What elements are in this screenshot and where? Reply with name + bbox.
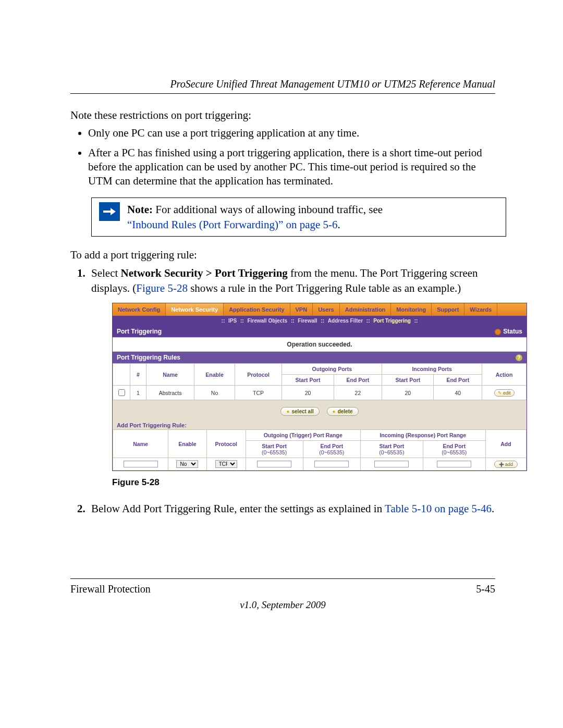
section-title-bar: Port Triggering Status xyxy=(113,326,527,337)
addcol-in-end: End Port(0~65535) xyxy=(423,441,485,458)
add-enable-select[interactable]: No xyxy=(176,460,198,468)
bullet-item: Only one PC can use a port triggering ap… xyxy=(88,126,495,140)
footer-right: 5-45 xyxy=(476,583,495,595)
col-out-end: End Port xyxy=(334,375,382,386)
tab-monitoring[interactable]: Monitoring xyxy=(391,303,432,316)
add-name-input[interactable] xyxy=(124,461,158,467)
col-in-end: End Port xyxy=(434,375,482,386)
note-prefix: Note: xyxy=(127,203,153,216)
table-row: 1 Abstracts No TCP 20 22 20 40 edit xyxy=(113,386,527,400)
running-header: ProSecure Unified Threat Management UTM1… xyxy=(70,78,495,94)
addcol-protocol: Protocol xyxy=(206,430,246,458)
tab-wizards[interactable]: Wizards xyxy=(464,303,497,316)
note-link[interactable]: “Inbound Rules (Port Forwarding)” on pag… xyxy=(127,218,338,231)
subtab-firewall-objects[interactable]: Firewall Objects xyxy=(245,318,289,324)
step1-post: shows a rule in the Port Triggering Rule… xyxy=(188,282,461,294)
globe-icon xyxy=(495,329,501,335)
tab-network-security[interactable]: Network Security xyxy=(166,303,224,316)
add-rule-table: Name Enable Protocol Outgoing (Trigger) … xyxy=(113,429,527,471)
subtab-port-triggering[interactable]: Port Triggering xyxy=(371,318,413,324)
table-buttons: select all delete xyxy=(113,400,527,419)
figure-caption: Figure 5-28 xyxy=(112,477,495,488)
cell-enable: No xyxy=(194,386,235,400)
step2-post: . xyxy=(492,502,494,515)
add-out-end-input[interactable] xyxy=(314,461,349,467)
cell-in-start: 20 xyxy=(382,386,434,400)
col-idx: # xyxy=(130,364,146,386)
add-button[interactable]: add xyxy=(494,461,518,468)
addcol-out-start: Start Port(0~65535) xyxy=(246,441,303,458)
add-intro: To add a port triggering rule: xyxy=(70,248,495,262)
col-protocol: Protocol xyxy=(235,364,282,386)
col-name: Name xyxy=(146,364,194,386)
delete-button[interactable]: delete xyxy=(327,407,359,416)
footer-version: v1.0, September 2009 xyxy=(70,599,495,611)
add-row: No TCP add xyxy=(113,458,527,471)
step1-bold: Network Security > Port Triggering xyxy=(121,267,288,279)
add-in-end-input[interactable] xyxy=(437,461,471,467)
note-body: For additional ways of allowing inbound … xyxy=(153,203,383,216)
step1-link[interactable]: Figure 5-28 xyxy=(136,282,188,294)
col-incoming: Incoming Ports xyxy=(382,364,482,375)
select-all-button[interactable]: select all xyxy=(280,407,319,416)
addcol-add: Add xyxy=(485,430,526,458)
section-title: Port Triggering xyxy=(117,328,162,335)
edit-button[interactable]: edit xyxy=(494,389,515,397)
cell-out-end: 22 xyxy=(334,386,382,400)
subtab-ips[interactable]: IPS xyxy=(226,318,239,324)
addcol-out-range: Outgoing (Trigger) Port Range xyxy=(246,430,360,441)
col-outgoing: Outgoing Ports xyxy=(282,364,382,375)
addcol-enable: Enable xyxy=(168,430,207,458)
help-icon[interactable]: ? xyxy=(516,354,522,361)
cell-idx: 1 xyxy=(130,386,146,400)
col-out-start: Start Port xyxy=(282,375,334,386)
step-2: Below Add Port Triggering Rule, enter th… xyxy=(88,501,495,516)
addcol-in-start: Start Port(0~65535) xyxy=(360,441,423,458)
figure-screenshot: Network Config Network Security Applicat… xyxy=(112,303,527,471)
lead-paragraph: Note these restrictions on port triggeri… xyxy=(70,108,495,122)
main-tabs: Network Config Network Security Applicat… xyxy=(113,303,527,316)
addcol-name: Name xyxy=(113,430,168,458)
cell-in-end: 40 xyxy=(434,386,482,400)
col-in-start: Start Port xyxy=(382,375,434,386)
step2-link[interactable]: Table 5-10 on page 5-46 xyxy=(385,502,492,515)
operation-message: Operation succeeded. xyxy=(113,337,527,352)
tab-vpn[interactable]: VPN xyxy=(290,303,313,316)
step2-pre: Below Add Port Triggering Rule, enter th… xyxy=(91,502,385,515)
rules-header-text: Port Triggering Rules xyxy=(117,354,180,361)
tab-network-config[interactable]: Network Config xyxy=(113,303,166,316)
tab-users[interactable]: Users xyxy=(313,303,340,316)
tab-support[interactable]: Support xyxy=(432,303,464,316)
cell-out-start: 20 xyxy=(282,386,334,400)
subtab-firewall[interactable]: Firewall xyxy=(296,318,319,324)
cell-name: Abstracts xyxy=(146,386,194,400)
addcol-in-range: Incoming (Response) Port Range xyxy=(360,430,485,441)
note-callout: Note: For additional ways of allowing in… xyxy=(91,198,506,237)
step-1: Select Network Security > Port Triggerin… xyxy=(88,266,495,488)
add-out-start-input[interactable] xyxy=(257,461,291,467)
col-enable: Enable xyxy=(194,364,235,386)
rules-table: # Name Enable Protocol Outgoing Ports In… xyxy=(113,363,527,400)
page-footer: Firewall Protection 5-45 xyxy=(70,578,495,595)
restrictions-list: Only one PC can use a port triggering ap… xyxy=(88,126,495,188)
add-in-start-input[interactable] xyxy=(374,461,409,467)
addcol-out-end: End Port(0~65535) xyxy=(303,441,360,458)
cell-protocol: TCP xyxy=(235,386,282,400)
add-rule-header: Add Port Triggering Rule: xyxy=(113,419,527,429)
tab-application-security[interactable]: Application Security xyxy=(224,303,290,316)
tab-administration[interactable]: Administration xyxy=(340,303,391,316)
col-action: Action xyxy=(482,364,527,386)
sub-tabs: :: IPS :: Firewall Objects :: Firewall :… xyxy=(113,316,527,326)
note-suffix: . xyxy=(338,218,340,231)
add-protocol-select[interactable]: TCP xyxy=(215,460,237,468)
bullet-item: After a PC has finished using a port tri… xyxy=(88,146,495,189)
step1-pre: Select xyxy=(91,267,121,279)
row-checkbox[interactable] xyxy=(118,389,125,396)
footer-left: Firewall Protection xyxy=(70,583,151,595)
arrow-icon xyxy=(99,202,120,221)
status-link[interactable]: Status xyxy=(495,328,522,335)
subtab-address-filter[interactable]: Address Filter xyxy=(326,318,365,324)
rules-header-bar: Port Triggering Rules ? xyxy=(113,352,527,363)
